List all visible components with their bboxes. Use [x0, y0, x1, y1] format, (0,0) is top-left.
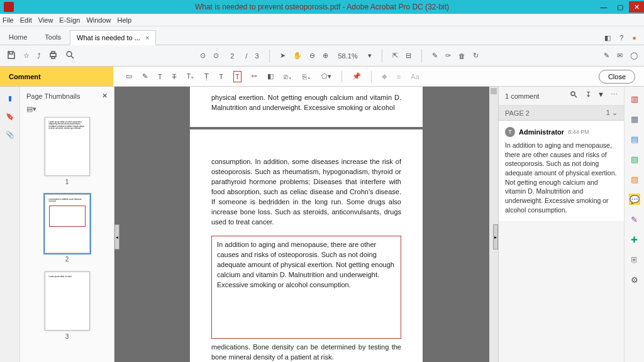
underline-text-icon[interactable]: T [158, 73, 162, 80]
sticky-note-icon[interactable]: ▭ [126, 72, 132, 80]
star-icon[interactable]: ☆ [23, 52, 30, 60]
line-icon[interactable]: ≡ [397, 73, 401, 80]
notify-icon[interactable]: ◧ [604, 34, 611, 42]
profile-icon[interactable]: ◯ [630, 52, 638, 60]
svg-rect-1 [52, 52, 55, 53]
help-icon[interactable]: ? [619, 34, 623, 42]
zoom-out-icon[interactable]: ⊖ [309, 52, 315, 60]
share-icon[interactable]: ⤴ [37, 52, 41, 60]
search-icon[interactable] [65, 50, 75, 61]
comments-page-label: PAGE 2 [505, 109, 530, 117]
page-current-input[interactable]: 2 [226, 52, 238, 60]
thumbnail-2-num: 2 [65, 256, 69, 263]
attachment-rail-icon[interactable]: 📎 [6, 131, 14, 139]
page-sep: / [245, 52, 247, 60]
page-2-para1: consumption. In addition, some diseases … [211, 157, 401, 228]
text-box-icon[interactable]: T [233, 71, 242, 82]
highlight-icon[interactable]: ✎ [142, 72, 148, 80]
print-icon[interactable] [48, 50, 58, 61]
zoom-in-icon[interactable]: ⊕ [323, 52, 328, 60]
search-comments-icon[interactable] [570, 90, 579, 101]
sort-comments-icon[interactable]: ↧ [586, 90, 591, 101]
pin-icon[interactable]: 📌 [352, 72, 361, 80]
stamp-icon[interactable]: ✑ [445, 52, 451, 60]
menu-edit[interactable]: Edit [20, 16, 32, 24]
thumbnails-options-icon[interactable]: ▤▾ [26, 105, 36, 112]
strikethrough-icon[interactable]: T [172, 73, 177, 80]
maximize-button[interactable]: ▢ [613, 1, 628, 13]
font-icon[interactable]: Aa [411, 73, 419, 80]
thumbnails-close-icon[interactable]: ✕ [102, 92, 108, 100]
filter-comments-icon[interactable]: ▼ [597, 90, 604, 101]
tool-more-icon[interactable]: ⚙ [629, 274, 640, 285]
mail-icon[interactable]: ✉ [617, 52, 623, 60]
page-down-icon[interactable]: ⊙ [213, 52, 219, 60]
comments-page-row[interactable]: PAGE 2 1 ⌄ [499, 106, 624, 121]
tab-document[interactable]: What is needed to ... × [70, 30, 156, 45]
comment-body: In addition to aging and menopause, ther… [505, 141, 618, 215]
save-icon[interactable] [6, 50, 16, 61]
close-window-button[interactable]: ✕ [629, 1, 644, 13]
tool-organize-icon[interactable]: ▧ [629, 153, 640, 165]
menu-esign[interactable]: E-Sign [59, 16, 80, 24]
comment-toolbar: Comment ▭ ✎ T T T₊ T̩ T T ✏ ◧ ⎚▾ ⎘▾ ⬠▾ 📌… [0, 67, 644, 87]
tabbar: Home Tools What is needed to ... × ◧ ? ● [0, 26, 644, 45]
fit-width-icon[interactable]: ⇱ [392, 52, 398, 60]
minimize-button[interactable]: — [596, 1, 611, 13]
hand-icon[interactable]: ✋ [293, 52, 302, 60]
pointer-icon[interactable]: ➤ [280, 52, 286, 60]
comment-author: Administrator [519, 128, 564, 136]
tab-tools[interactable]: Tools [36, 30, 70, 45]
pencil-draw-icon[interactable]: ✏ [252, 72, 257, 80]
tool-protect-icon[interactable]: ⛨ [629, 254, 640, 265]
main-toolbar: ☆ ⤴ ⊙ ⊙ 2 / 3 ➤ ✋ ⊖ ⊕ 58.1%▾ ⇱ ⊟ ✎ ✑ 🗑 ↻… [0, 45, 644, 67]
menu-file[interactable]: File [3, 16, 14, 24]
thumbnails-rail-icon[interactable]: ▮ [8, 94, 12, 102]
menu-view[interactable]: View [38, 16, 53, 24]
insert-text-icon[interactable]: T̩ [204, 72, 209, 80]
fit-page-icon[interactable]: ⊟ [406, 52, 411, 60]
page-up-icon[interactable]: ⊙ [200, 52, 206, 60]
tab-close-icon[interactable]: × [145, 34, 149, 41]
thumbnails-title: Page Thumbnails [26, 92, 80, 100]
right-panel-handle[interactable]: ▸ [493, 224, 498, 250]
bookmark-rail-icon[interactable]: 🔖 [6, 112, 14, 121]
stamp-tool-icon[interactable]: ⎚▾ [284, 73, 292, 80]
document-area[interactable]: ◂ physical exertion. Not getting enough … [114, 87, 498, 362]
eraser-icon[interactable]: ◧ [267, 72, 274, 80]
account-icon[interactable]: ● [632, 34, 636, 42]
text-box-annotation[interactable]: In addition to aging and menopause, ther… [211, 236, 401, 339]
tool-comment-icon[interactable]: 💬 [629, 194, 640, 205]
tool-fill-sign-icon[interactable]: ▨ [629, 173, 640, 185]
tool-scan-icon[interactable]: ✚ [629, 234, 640, 245]
tool-edit-icon[interactable]: ▤ [629, 133, 640, 145]
window-title: What is needed to prevent osteoporosis.p… [195, 3, 449, 11]
tool-sign-icon[interactable]: ✎ [629, 214, 640, 225]
tab-home[interactable]: Home [0, 30, 36, 45]
more-comments-icon[interactable]: ⋯ [611, 90, 618, 101]
edit-icon[interactable]: ✎ [432, 52, 438, 60]
menubar: File Edit View E-Sign Window Help [0, 14, 644, 26]
left-panel-handle[interactable]: ◂ [114, 224, 119, 250]
sign-icon[interactable]: ✎ [604, 52, 609, 60]
replace-text-icon[interactable]: T₊ [186, 72, 194, 80]
text-comment-icon[interactable]: T [219, 73, 223, 80]
thumbnail-1[interactable]: Lorem ipsum dolor sit amet consectetur a… [45, 117, 90, 176]
thumbnail-3[interactable]: Lorem ipsum dolor sit amet [45, 272, 90, 331]
close-comment-button[interactable]: Close [599, 70, 635, 84]
menu-window[interactable]: Window [86, 16, 111, 24]
tab-document-label: What is needed to ... [77, 34, 140, 41]
svg-point-3 [67, 52, 72, 57]
rotate-icon[interactable]: ↻ [473, 52, 479, 60]
tool-export-icon[interactable]: ▦ [629, 113, 640, 124]
shapes-icon[interactable]: ⬠▾ [321, 72, 331, 80]
delete-icon[interactable]: 🗑 [458, 52, 465, 60]
zoom-level[interactable]: 58.1% [336, 51, 360, 61]
comment-item[interactable]: T Administrator 8:44 PM In addition to a… [499, 121, 624, 222]
color-icon[interactable]: ◆ [382, 72, 387, 80]
right-rail: ▥ ▦ ▤ ▧ ▨ 💬 ✎ ✚ ⛨ ⚙ [624, 87, 644, 362]
thumbnail-2[interactable]: consumption in addition some diseases in… [45, 194, 90, 253]
attach-icon[interactable]: ⎘▾ [303, 73, 311, 80]
menu-help[interactable]: Help [118, 16, 132, 24]
tool-create-icon[interactable]: ▥ [629, 93, 640, 104]
